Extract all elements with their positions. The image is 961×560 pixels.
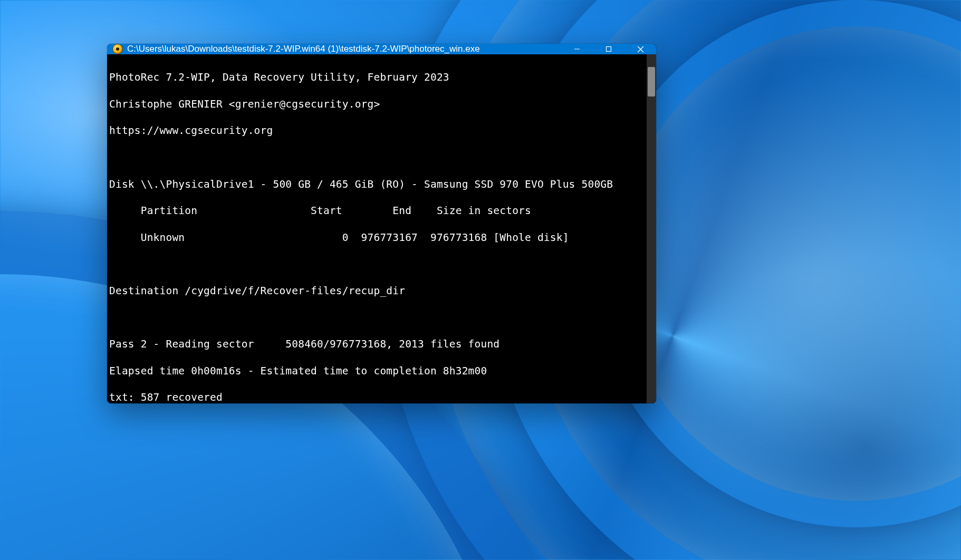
window-title: C:\Users\lukas\Downloads\testdisk-7.2-WI… [127, 44, 561, 54]
blank-line [109, 151, 645, 164]
photorec-console-window: C:\Users\lukas\Downloads\testdisk-7.2-WI… [107, 44, 656, 403]
app-icon [112, 44, 123, 54]
svg-rect-1 [607, 47, 611, 52]
elapsed-time-line: Elapsed time 0h00m16s - Estimated time t… [109, 364, 645, 378]
app-version-line: PhotoRec 7.2-WIP, Data Recovery Utility,… [109, 71, 645, 84]
partition-row-line: Unknown 0 976773167 976773168 [Whole dis… [109, 231, 645, 244]
author-line: Christophe GRENIER <grenier@cgsecurity.o… [109, 98, 645, 111]
maximize-button[interactable] [593, 44, 624, 54]
window-titlebar[interactable]: C:\Users\lukas\Downloads\testdisk-7.2-WI… [107, 44, 656, 54]
pass-progress-line: Pass 2 - Reading sector 508460/976773168… [109, 337, 645, 351]
destination-line: Destination /cygdrive/f/Recover-files/re… [109, 284, 645, 297]
blank-line [109, 257, 645, 271]
url-line: https://www.cgsecurity.org [109, 124, 645, 137]
minimize-button[interactable] [561, 44, 593, 54]
close-button[interactable] [624, 44, 656, 54]
vertical-scrollbar[interactable] [647, 54, 656, 403]
console-output: PhotoRec 7.2-WIP, Data Recovery Utility,… [107, 54, 647, 403]
partition-header-line: Partition Start End Size in sectors [109, 204, 645, 217]
window-controls [561, 44, 656, 54]
disk-info-line: Disk \\.\PhysicalDrive1 - 500 GB / 465 G… [109, 178, 645, 191]
scrollbar-thumb[interactable] [648, 67, 655, 96]
recovered-txt-line: txt: 587 recovered [109, 391, 645, 403]
console-area: PhotoRec 7.2-WIP, Data Recovery Utility,… [107, 54, 656, 403]
blank-line [109, 311, 645, 324]
